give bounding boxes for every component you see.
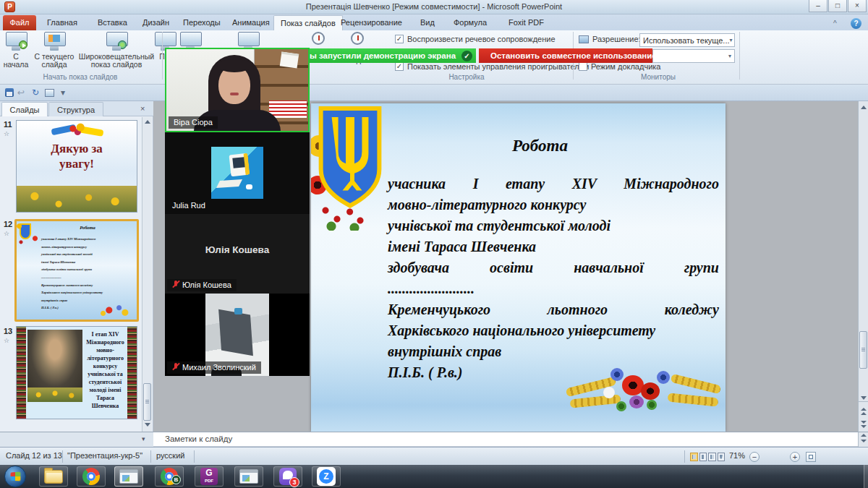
taskbar-zoom[interactable]: Z [312, 466, 341, 487]
folder-icon [44, 470, 63, 484]
sunflower-field [17, 186, 137, 212]
next-slide-icon[interactable] [861, 425, 867, 428]
thanks-line2: увагу! [17, 156, 137, 171]
view-button[interactable] [45, 89, 54, 97]
app-window-icon [119, 469, 138, 484]
scroll-up-icon[interactable] [861, 106, 867, 109]
tab-review[interactable]: Рецензирование [334, 15, 409, 30]
lips [230, 93, 239, 95]
reading-view-button[interactable] [708, 453, 716, 461]
slide-sorter-button[interactable] [699, 453, 707, 461]
meeting-participants-overlay: Віра Сіора Julia Rud Юлія Кошева Юлія Ко… [165, 48, 310, 376]
checkbox-checked-icon: ✓ [395, 35, 404, 43]
customize-qat-icon[interactable]: ▾ [61, 87, 65, 98]
notes-scrollbar[interactable] [858, 432, 868, 447]
show-on-dropdown[interactable]: ▾ [652, 49, 735, 63]
tab-outline-panel[interactable]: Структура [48, 102, 103, 116]
tab-transitions[interactable]: Переходы [176, 15, 227, 30]
participant-tile-julia-rud[interactable]: Julia Rud [165, 132, 310, 214]
broadcast-slideshow-button[interactable]: Широковещательный показ слайдов [78, 32, 155, 69]
scroll-up-icon[interactable] [861, 434, 867, 437]
minimize-ribbon-icon[interactable]: ^ [833, 20, 837, 27]
from-beginning-button[interactable]: С начала [1, 32, 30, 69]
taskbar-powerpoint-2[interactable] [234, 466, 263, 487]
participant-tile-vira[interactable]: Віра Сіора [165, 48, 310, 132]
tab-file[interactable]: Файл [3, 15, 36, 30]
resolution-row: Разрешение: [579, 35, 641, 43]
tab-design[interactable]: Дизайн [136, 15, 176, 30]
slideshow-view-button[interactable] [718, 453, 726, 461]
taskbar-explorer[interactable] [39, 466, 68, 487]
participant-tile-yuliya[interactable]: Юлія Кошева Юлія Кошева [165, 214, 310, 294]
foxit-pdf-icon: G PDF [200, 468, 218, 485]
previous-slide-icon[interactable] [861, 412, 867, 415]
help-icon[interactable]: ? [851, 18, 861, 29]
fit-to-window-button[interactable] [806, 452, 816, 462]
media-controls-checkbox[interactable]: ✓ Показать элементы управления проигрыва… [395, 62, 589, 71]
close-button[interactable]: × [848, 0, 867, 12]
scroll-down-icon[interactable] [145, 423, 150, 427]
panel-scrollbar[interactable] [142, 117, 152, 432]
quick-access-toolbar: ↩ ↻ ▾ [0, 85, 868, 101]
taskbar-powerpoint-active[interactable] [114, 466, 143, 487]
tab-view[interactable]: Вид [414, 15, 441, 30]
tab-slides-panel[interactable]: Слайды [1, 102, 48, 116]
previous-slide-icon[interactable] [861, 408, 867, 411]
next-slide-icon[interactable] [861, 421, 867, 424]
scroll-down-icon[interactable] [861, 440, 867, 442]
maximize-button[interactable]: □ [828, 0, 847, 12]
taskbar-chrome-profile[interactable]: B [155, 466, 184, 487]
tab-home[interactable]: Главная [41, 15, 84, 30]
slide-11-thumbnail[interactable]: Дякую за увагу! [16, 120, 137, 213]
slide-13-thumbnail[interactable]: І етап XIV Міжнародного мовно-літературн… [16, 326, 137, 419]
panel-scroll-thumb[interactable] [143, 383, 151, 421]
slide-canvas[interactable]: Робота учасника І етапу ХІV Міжнародного… [311, 103, 726, 432]
taskbar-chrome[interactable] [77, 466, 106, 487]
embroidered-cloth [269, 100, 307, 118]
participant-tile-mikhail[interactable]: Михаил Зволинский [165, 294, 310, 376]
from-current-slide-button[interactable]: С текущего слайда [32, 32, 77, 69]
close-panel-icon[interactable]: × [140, 104, 145, 113]
narration-checkbox[interactable]: ✓ Воспроизвести речевое сопровождение [395, 35, 556, 43]
zoom-in-button[interactable]: + [790, 452, 800, 462]
stop-sharing-button[interactable]: Остановить совместное использование [479, 48, 652, 63]
splitter-arrow-icon[interactable]: ▾ [142, 435, 145, 442]
slide-12-thumbnail[interactable]: Робота учасника І етапу ХІV Міжнародного… [14, 219, 139, 322]
taskbar-viber[interactable]: 3 [273, 466, 302, 487]
presenter-view-checkbox[interactable]: Режим докладчика [579, 62, 660, 71]
scroll-down-icon[interactable] [861, 396, 867, 400]
vertical-scrollbar[interactable] [858, 101, 868, 432]
slide-13-number: 13 [4, 327, 12, 335]
notes-pane[interactable]: Заметки к слайду [153, 432, 858, 447]
zoom-out-button[interactable]: − [749, 452, 760, 462]
show-desktop-button[interactable] [864, 465, 868, 488]
slide-12-number: 12 [4, 220, 12, 228]
bangs [217, 59, 252, 72]
undo-button[interactable]: ↩ [17, 87, 25, 98]
start-button[interactable] [4, 466, 26, 487]
portrait-sunflowers [27, 388, 82, 402]
trident-shield-icon [317, 106, 383, 209]
language-indicator[interactable]: русский [156, 451, 184, 460]
notes-left-filler: ▾ [0, 432, 153, 447]
slide-title[interactable]: Робота [383, 137, 697, 155]
scroll-thumb[interactable] [859, 331, 867, 369]
taskbar-foxit-pdf[interactable]: G PDF [195, 466, 224, 487]
tab-formula[interactable]: Формула [447, 15, 493, 30]
tab-animations[interactable]: Анимация [226, 15, 276, 30]
minimize-button[interactable]: – [809, 0, 827, 12]
scroll-up-icon[interactable] [145, 120, 150, 124]
tab-insert[interactable]: Вставка [91, 15, 134, 30]
narration-label: Воспроизвести речевое сопровождение [407, 35, 556, 43]
tab-slideshow[interactable]: Показ слайдов [273, 15, 343, 30]
save-button[interactable] [5, 88, 14, 97]
windows-flag-icon [11, 472, 21, 481]
resolution-dropdown[interactable]: Использовать текуще...▾ [639, 33, 735, 47]
shevchenko-portrait [27, 330, 82, 392]
normal-view-button[interactable] [690, 453, 698, 461]
participant-name-label: Julia Rud [167, 200, 210, 212]
slide-body-text[interactable]: учасника І етапу ХІV Міжнародного мовно-… [388, 174, 719, 383]
zoom-percentage[interactable]: 71% [729, 451, 745, 460]
redo-button[interactable]: ↻ [32, 87, 39, 98]
tab-foxit-pdf[interactable]: Foxit PDF [502, 15, 550, 30]
